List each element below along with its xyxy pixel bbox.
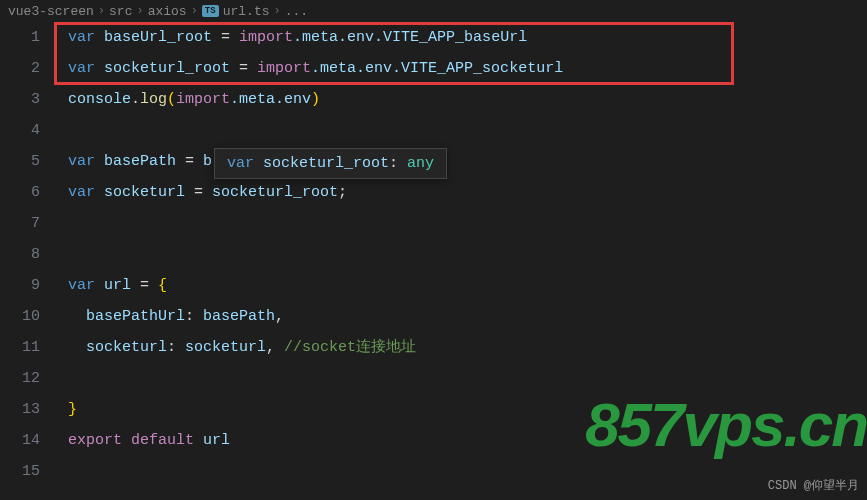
code-line[interactable]: var baseUrl_root = import.meta.env.VITE_…	[68, 22, 867, 53]
line-number: 1	[0, 22, 40, 53]
line-number-gutter: 1 2 3 4 5 6 7 8 9 10 11 12 13 14 15	[0, 22, 58, 500]
breadcrumb[interactable]: vue3-screen › src › axios › TS url.ts › …	[0, 0, 867, 22]
code-line[interactable]: var socketurl = socketurl_root;	[68, 177, 867, 208]
code-line[interactable]: var url = {	[68, 270, 867, 301]
code-line[interactable]: console.log(import.meta.env)	[68, 84, 867, 115]
code-line[interactable]: var socketurl_root = import.meta.env.VIT…	[68, 53, 867, 84]
code-line[interactable]: socketurl: socketurl, //socket连接地址	[68, 332, 867, 363]
chevron-right-icon: ›	[273, 4, 280, 18]
breadcrumb-file[interactable]: url.ts	[223, 4, 270, 19]
line-number: 10	[0, 301, 40, 332]
line-number: 7	[0, 208, 40, 239]
line-number: 14	[0, 425, 40, 456]
breadcrumb-part[interactable]: axios	[148, 4, 187, 19]
breadcrumb-part[interactable]: vue3-screen	[8, 4, 94, 19]
breadcrumb-part[interactable]: src	[109, 4, 132, 19]
hover-tooltip: var socketurl_root: any	[214, 148, 447, 179]
code-line[interactable]	[68, 456, 867, 487]
code-line[interactable]: basePathUrl: basePath,	[68, 301, 867, 332]
code-line[interactable]	[68, 115, 867, 146]
code-line[interactable]: var basePath = b	[68, 146, 867, 177]
line-number: 3	[0, 84, 40, 115]
line-number: 2	[0, 53, 40, 84]
line-number: 8	[0, 239, 40, 270]
chevron-right-icon: ›	[98, 4, 105, 18]
typescript-badge-icon: TS	[202, 5, 219, 17]
line-number: 11	[0, 332, 40, 363]
breadcrumb-trailing: ...	[285, 4, 308, 19]
csdn-attribution: CSDN @仰望半月	[768, 477, 859, 494]
line-number: 9	[0, 270, 40, 301]
chevron-right-icon: ›	[136, 4, 143, 18]
line-number: 15	[0, 456, 40, 487]
chevron-right-icon: ›	[191, 4, 198, 18]
line-number: 5	[0, 146, 40, 177]
watermark-text: 857vps.cn	[585, 389, 867, 460]
code-line[interactable]	[68, 208, 867, 239]
line-number: 4	[0, 115, 40, 146]
line-number: 6	[0, 177, 40, 208]
line-number: 12	[0, 363, 40, 394]
code-line[interactable]	[68, 239, 867, 270]
line-number: 13	[0, 394, 40, 425]
